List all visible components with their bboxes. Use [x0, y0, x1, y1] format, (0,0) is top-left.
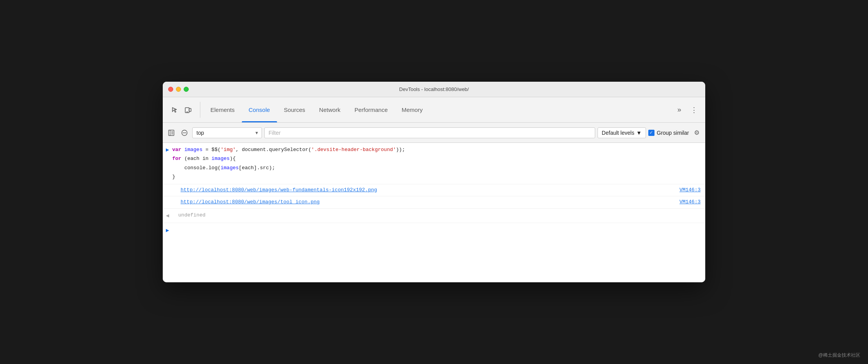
tab-performance[interactable]: Performance	[348, 97, 395, 122]
group-similar-checkbox[interactable]: ✓	[648, 130, 654, 136]
log-source-2[interactable]: VM146:3	[668, 198, 701, 206]
group-similar-label: Group similar	[657, 130, 689, 136]
tab-divider	[200, 102, 200, 118]
device-toolbar-icon[interactable]	[182, 104, 194, 116]
tab-memory[interactable]: Memory	[395, 97, 430, 122]
log-levels-label: Default levels	[602, 130, 634, 136]
watermark: @稀土掘金技术社区	[818, 352, 860, 359]
output-arrow-icon: ◀	[166, 211, 169, 220]
code-entry: ▶ var images = $$('img', document.queryS…	[163, 143, 705, 184]
tab-bar: Elements Console Sources Network Perform…	[163, 97, 705, 123]
devtools-window: DevTools - localhost:8080/web/ Elements	[163, 82, 705, 282]
code-block: var images = $$('img', document.querySel…	[172, 145, 705, 182]
close-button[interactable]	[168, 87, 173, 92]
console-toolbar: top ▼ Default levels ▼ ✓ Group similar ⚙	[163, 123, 705, 143]
tab-sources[interactable]: Sources	[277, 97, 312, 122]
settings-icon[interactable]: ⚙	[691, 127, 702, 138]
inspect-icon[interactable]	[169, 104, 181, 116]
tab-console[interactable]: Console	[242, 97, 277, 122]
console-input-line[interactable]: ▶	[163, 223, 705, 238]
more-tabs-button[interactable]: »	[673, 97, 686, 122]
tab-network[interactable]: Network	[312, 97, 348, 122]
devtools-menu-button[interactable]: ⋮	[686, 97, 702, 122]
svg-rect-1	[189, 108, 191, 112]
log-levels-arrow-icon: ▼	[636, 130, 642, 136]
minimize-button[interactable]	[176, 87, 181, 92]
log-levels-button[interactable]: Default levels ▼	[598, 127, 646, 138]
context-select-input[interactable]: top	[192, 127, 262, 138]
log-source-1[interactable]: VM146:3	[668, 186, 701, 194]
group-similar-area: ✓ Group similar	[648, 130, 689, 136]
undefined-value: undefined	[178, 211, 205, 220]
tab-elements[interactable]: Elements	[203, 97, 242, 122]
devtools-icons	[166, 97, 197, 122]
window-title: DevTools - localhost:8080/web/	[399, 86, 469, 92]
filter-input[interactable]	[264, 127, 595, 138]
log-url-2[interactable]: http://localhost:8080/web/images/tool_ic…	[181, 198, 320, 206]
log-line-2: http://localhost:8080/web/images/tool_ic…	[163, 196, 705, 209]
log-line-1: http://localhost:8080/web/images/web-fun…	[163, 184, 705, 197]
clear-console-icon[interactable]	[179, 127, 190, 138]
show-console-sidebar-icon[interactable]	[166, 127, 177, 138]
maximize-button[interactable]	[184, 87, 189, 92]
context-selector[interactable]: top ▼	[192, 127, 262, 138]
undefined-line: ◀ undefined	[163, 209, 705, 223]
console-prompt-icon: ▶	[166, 226, 169, 235]
input-prompt-icon: ▶	[166, 146, 169, 154]
log-url-1[interactable]: http://localhost:8080/web/images/web-fun…	[181, 186, 377, 194]
title-bar: DevTools - localhost:8080/web/	[163, 82, 705, 97]
console-content: ▶ var images = $$('img', document.queryS…	[163, 143, 705, 282]
traffic-lights	[168, 87, 189, 92]
